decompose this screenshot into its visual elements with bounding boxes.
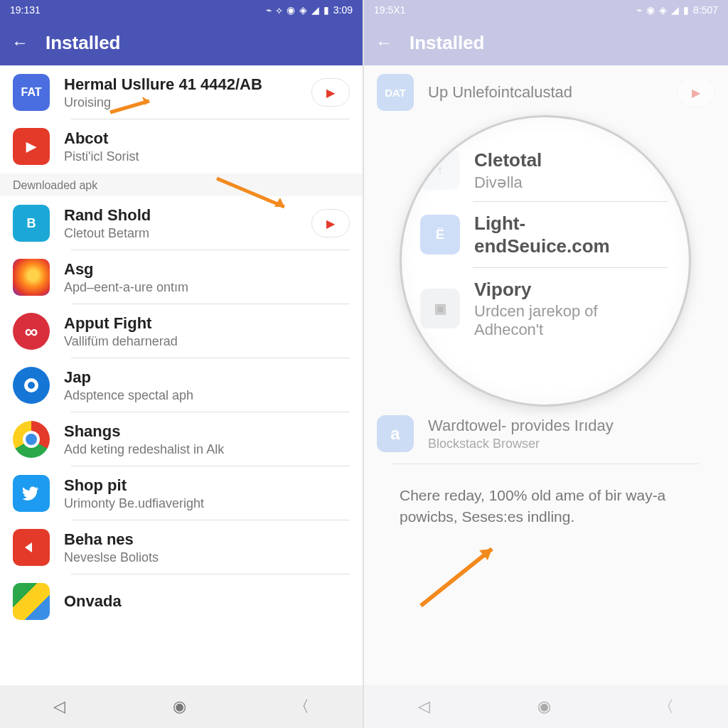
- nav-back-icon[interactable]: ◁: [53, 697, 65, 716]
- magnifier-lens: ↑ Cletotal Divəlla Ë Light-endSeuice.com…: [400, 115, 691, 407]
- section-label: Dewnloaded apk: [0, 173, 363, 196]
- app-list[interactable]: FAT Hermal Usllure 41 4442/AB Uroising ▶…: [0, 65, 363, 685]
- app-icon: [13, 529, 50, 566]
- list-item[interactable]: a Wardtowel- provides Irıday Blockstack …: [364, 407, 728, 461]
- back-icon[interactable]: ←: [375, 33, 392, 53]
- list-item[interactable]: Shop pit Urimonty Be.udfiaveright: [0, 466, 363, 520]
- app-title: Hermal Usllure 41 4442/AB: [64, 75, 297, 95]
- app-title: Apput Fight: [64, 314, 350, 333]
- wifi-icon: ◉: [287, 4, 295, 16]
- app-list[interactable]: DAT Up Unlefointcalustad ▶ ↑ Cletotal Di…: [364, 65, 728, 685]
- app-title: Asg: [64, 259, 350, 279]
- battery-icon: ▮: [683, 4, 689, 16]
- app-icon: ↑: [420, 150, 460, 190]
- list-item[interactable]: DAT Up Unlefointcalustad ▶: [364, 65, 728, 119]
- app-sub: Urimonty Be.udfiaveright: [64, 496, 350, 511]
- wifi-icon: ◉: [646, 4, 655, 16]
- svg-point-1: [28, 382, 35, 389]
- app-icon: ▣: [420, 289, 460, 328]
- appbar-title: Installed: [46, 32, 120, 54]
- list-item[interactable]: ↑ Cletotal Divəlla: [402, 139, 689, 202]
- app-sub: Apd–eent-a-ure ontım: [64, 280, 350, 295]
- status-time: 19:5X1: [374, 4, 405, 16]
- status-icons: ⌁ ⟡ ◉ ◈ ◢ ▮ 3:09: [266, 4, 353, 16]
- wifi2-icon: ◈: [659, 4, 667, 16]
- app-icon: ▶: [13, 128, 50, 165]
- app-title: Wardtowel- provides Irıday: [428, 416, 715, 436]
- app-title: Cletotal: [474, 149, 660, 172]
- app-title: Onvada: [64, 592, 350, 611]
- app-sub: Blockstack Browser: [428, 437, 715, 451]
- app-title: Up Unlefointcalustad: [428, 82, 663, 102]
- app-sub: Neveslse Boliots: [64, 550, 350, 565]
- app-icon: DAT: [377, 74, 414, 111]
- wifi2-icon: ◈: [299, 4, 307, 16]
- app-title: Vipory: [474, 278, 660, 301]
- app-title: Light-endSeuice.com: [474, 212, 660, 258]
- status-clock: 3:09: [333, 4, 353, 16]
- nav-home-icon[interactable]: ◉: [173, 697, 186, 716]
- app-icon: B: [13, 205, 50, 242]
- nav-recent-icon[interactable]: 〈: [294, 696, 309, 717]
- status-icons: ⌁ ◉ ◈ ◢ ▮ 8:507: [636, 4, 718, 16]
- android-navbar: ◁ ◉ 〈: [364, 685, 728, 728]
- app-icon: Ë: [420, 215, 460, 255]
- list-item[interactable]: B Rand Shold Cletout Betarm ▶: [0, 196, 363, 250]
- phone-right: 19:5X1 ⌁ ◉ ◈ ◢ ▮ 8:507 ← Installed DAT U…: [364, 0, 728, 728]
- signal-icon: ◢: [671, 4, 679, 16]
- app-bar: ← Installed: [364, 20, 728, 65]
- bluetooth-icon: ⌁: [266, 4, 272, 16]
- back-icon[interactable]: ←: [11, 33, 28, 53]
- bluetooth-icon: ⌁: [636, 4, 642, 16]
- app-sub: Divəlla: [474, 173, 660, 192]
- android-navbar: ◁ ◉ 〈: [0, 685, 363, 728]
- app-icon: a: [377, 415, 414, 452]
- list-item[interactable]: Jap Adsptence spectal aph: [0, 358, 363, 412]
- play-button[interactable]: ▶: [311, 78, 350, 107]
- list-item[interactable]: ▶ Abcot Pisti'icl Sorist: [0, 119, 363, 173]
- app-sub: Urdcen jarekop of Adhecon't: [474, 302, 660, 339]
- status-time: 19:131: [10, 4, 41, 16]
- app-sub: Cletout Betarm: [64, 226, 297, 241]
- battery-icon: ▮: [323, 4, 329, 16]
- cast-icon: ⟡: [276, 4, 282, 16]
- app-sub: Uroising: [64, 95, 297, 110]
- list-item[interactable]: ∞ Apput Fight Vallifüm deharnerad: [0, 304, 363, 358]
- list-item[interactable]: Ë Light-endSeuice.com: [402, 202, 689, 268]
- nav-home-icon[interactable]: ◉: [537, 697, 551, 716]
- app-bar: ← Installed: [0, 20, 363, 65]
- app-title: Shop pit: [64, 476, 350, 496]
- annotation-arrow: [414, 535, 513, 613]
- app-title: Jap: [64, 368, 350, 387]
- app-icon: FAT: [13, 74, 50, 111]
- list-item[interactable]: FAT Hermal Usllure 41 4442/AB Uroising ▶: [0, 65, 363, 119]
- list-item[interactable]: Shangs Add keting redeshalist in Alk: [0, 412, 363, 466]
- nav-recent-icon[interactable]: 〈: [658, 696, 674, 717]
- app-icon: [13, 367, 50, 404]
- play-button[interactable]: ▶: [311, 209, 350, 237]
- app-icon: ∞: [13, 313, 50, 350]
- nav-back-icon[interactable]: ◁: [418, 697, 430, 716]
- divider: [392, 464, 700, 464]
- appbar-title: Installed: [410, 32, 484, 54]
- list-item[interactable]: Asg Apd–eent-a-ure ontım: [0, 250, 363, 304]
- status-bar: 19:5X1 ⌁ ◉ ◈ ◢ ▮ 8:507: [364, 0, 728, 20]
- list-item[interactable]: Beha nes Neveslse Boliots: [0, 520, 363, 574]
- app-title: Rand Shold: [64, 205, 297, 225]
- app-icon: [13, 475, 50, 512]
- app-sub: Pisti'icl Sorist: [64, 149, 350, 164]
- app-icon: [13, 421, 50, 458]
- status-bar: 19:131 ⌁ ⟡ ◉ ◈ ◢ ▮ 3:09: [0, 0, 363, 20]
- app-title: Beha nes: [64, 530, 350, 550]
- app-title: Abcot: [64, 129, 350, 149]
- app-icon: [13, 259, 50, 296]
- list-item[interactable]: ▣ Vipory Urdcen jarekop of Adhecon't: [402, 268, 689, 350]
- app-sub: Adsptence spectal aph: [64, 388, 350, 403]
- app-title: Shangs: [64, 422, 350, 441]
- phone-left: 19:131 ⌁ ⟡ ◉ ◈ ◢ ▮ 3:09 ← Installed FAT …: [0, 0, 364, 728]
- app-sub: Vallifüm deharnerad: [64, 334, 350, 349]
- app-sub: Add keting redeshalist in Alk: [64, 442, 350, 457]
- list-item[interactable]: Onvada: [0, 574, 363, 628]
- signal-icon: ◢: [311, 4, 319, 16]
- play-button[interactable]: ▶: [677, 78, 715, 107]
